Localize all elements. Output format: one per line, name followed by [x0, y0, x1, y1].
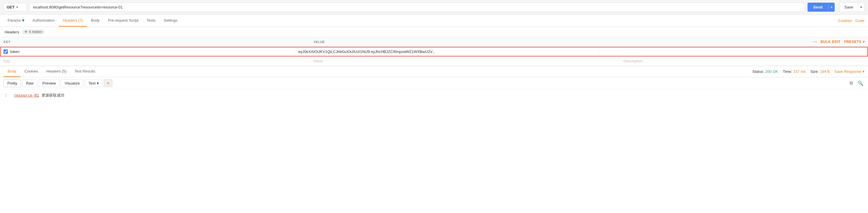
tab-settings-label: Settings — [164, 18, 177, 23]
key-column-label: KEY — [3, 40, 10, 44]
response-text: 资源获取成功 — [41, 93, 64, 98]
tab-params-label: Params — [8, 18, 21, 23]
col-key-header: KEY — [0, 37, 310, 47]
response-tab-headers[interactable]: Headers (5) — [42, 66, 71, 77]
tab-authorization[interactable]: Authorization — [28, 15, 59, 27]
new-key-placeholder: Key — [3, 59, 10, 63]
url-input[interactable] — [29, 3, 805, 12]
search-icon[interactable]: 🔍 — [856, 79, 865, 87]
save-dropdown-button[interactable]: ▾ — [858, 2, 865, 12]
response-format-bar: Pretty Raw Preview Visualize Text ▾ ≡ ⧉ … — [0, 77, 868, 89]
new-value-placeholder: Value — [314, 59, 323, 63]
method-chevron-icon: ▾ — [17, 5, 18, 9]
headers-badge: (7) — [78, 18, 83, 23]
format-type-label: Text — [89, 81, 96, 85]
save-response-chevron-icon: ▾ — [863, 69, 865, 74]
method-label: GET — [7, 5, 14, 9]
tab-pre-request-label: Pre-request Script — [108, 18, 138, 23]
response-tab-test-results[interactable]: Test Results — [70, 66, 99, 77]
tab-settings[interactable]: Settings — [160, 15, 182, 27]
status-label: Status: 200 OK — [752, 69, 778, 74]
time-value: 157 ms — [793, 69, 806, 74]
format-pretty-button[interactable]: Pretty — [3, 79, 21, 87]
token-key-cell: token — [1, 47, 295, 56]
url-bar: GET ▾ Send ▾ Save ▾ — [0, 0, 868, 15]
tab-pre-request[interactable]: Pre-request Script — [104, 15, 143, 27]
token-value-text: eyJ0eXAiOiJKV1QiLCJhbGciOiJIUzI1NiJ9.eyJ… — [298, 49, 435, 54]
format-type-chevron-icon: ▾ — [97, 81, 99, 85]
format-type-dropdown[interactable]: Text ▾ — [85, 79, 102, 87]
wrap-button[interactable]: ≡ — [104, 79, 113, 87]
token-checkbox[interactable] — [3, 49, 8, 54]
headers-table-section: KEY VALUE ··· Bulk Edit Presets ▾ — [0, 37, 868, 66]
save-response-label: Save Response — [834, 69, 861, 74]
save-button[interactable]: Save — [839, 2, 858, 12]
response-tab-body-label: Body — [8, 69, 17, 74]
bulk-edit-button[interactable]: Bulk Edit — [820, 40, 841, 44]
new-header-row: Key Value Description — [0, 56, 868, 66]
response-section: Body Cookies Headers (5) Test Results St… — [0, 66, 868, 102]
request-tabs-bar: Params Authorization Headers (7) Body Pr… — [0, 15, 868, 27]
response-tab-headers-label: Headers (5) — [46, 69, 67, 74]
format-preview-button[interactable]: Preview — [38, 79, 60, 87]
send-button-group: Send ▾ — [807, 3, 835, 12]
headers-subsection: Headers 👁 6 hidden — [0, 27, 868, 37]
tab-authorization-label: Authorization — [32, 18, 55, 23]
send-button[interactable]: Send — [807, 3, 829, 12]
value-column-label: VALUE — [314, 40, 325, 44]
status-value: 200 OK — [765, 69, 778, 74]
hidden-headers-badge[interactable]: 👁 6 hidden — [22, 29, 45, 34]
col-value-header: VALUE — [310, 37, 620, 47]
tab-headers-label: Headers (7) — [63, 18, 83, 23]
tab-body[interactable]: Body — [87, 15, 104, 27]
more-options-icon[interactable]: ··· — [813, 39, 817, 44]
code-line: resource-01 资源获取成功 — [14, 93, 64, 98]
new-key-cell[interactable]: Key — [0, 56, 310, 66]
copy-icon[interactable]: ⧉ — [848, 79, 854, 87]
eye-icon: 👁 — [24, 30, 28, 34]
new-desc-cell[interactable]: Description — [620, 56, 868, 66]
presets-chevron-icon: ▾ — [863, 40, 865, 44]
format-visualize-button[interactable]: Visualize — [61, 79, 84, 87]
tab-tests[interactable]: Tests — [143, 15, 160, 27]
new-desc-placeholder: Description — [623, 59, 642, 63]
line-number: 1 — [5, 93, 7, 98]
save-button-group: Save ▾ — [839, 2, 865, 12]
tab-tests-label: Tests — [147, 18, 155, 23]
response-tab-body[interactable]: Body — [3, 66, 21, 77]
token-value-cell[interactable]: eyJ0eXAiOiJKV1QiLCJhbGciOiJIUzI1NiJ9.eyJ… — [295, 47, 598, 56]
response-tab-test-results-label: Test Results — [74, 69, 95, 74]
resource-id-text: resource-01 — [14, 93, 39, 98]
code-link[interactable]: Code — [856, 19, 865, 23]
tab-headers[interactable]: Headers (7) — [59, 15, 87, 27]
size-value: 194 B — [820, 69, 830, 74]
response-tabs-bar: Body Cookies Headers (5) Test Results St… — [0, 66, 868, 77]
tabs-right-actions: Cookies Code — [838, 19, 865, 23]
headers-table-header-row: KEY VALUE ··· Bulk Edit Presets ▾ — [0, 37, 868, 47]
hidden-count: 6 hidden — [29, 30, 42, 34]
code-output: 1 resource-01 资源获取成功 — [0, 89, 868, 102]
response-tab-cookies[interactable]: Cookies — [21, 66, 42, 77]
method-select[interactable]: GET ▾ — [3, 3, 27, 11]
headers-sub-label: Headers — [5, 30, 19, 34]
response-meta: Status: 200 OK Time: 157 ms Size: 194 B … — [752, 69, 865, 74]
params-dot-icon — [22, 19, 24, 21]
save-response-button[interactable]: Save Response ▾ — [834, 69, 865, 74]
col-desc-header: ··· Bulk Edit Presets ▾ — [620, 37, 868, 47]
token-desc-cell[interactable] — [599, 47, 867, 56]
tab-body-label: Body — [91, 18, 100, 23]
size-label: Size: 194 B — [810, 69, 830, 74]
send-dropdown-button[interactable]: ▾ — [828, 3, 835, 12]
response-tab-cookies-label: Cookies — [25, 69, 38, 74]
format-raw-button[interactable]: Raw — [22, 79, 37, 87]
cookies-link[interactable]: Cookies — [838, 19, 852, 23]
body-icons: ⧉ 🔍 — [848, 79, 865, 87]
table-row: token eyJ0eXAiOiJKV1QiLCJhbGciOiJIUzI1Ni… — [0, 47, 868, 57]
token-key-value: token — [10, 49, 20, 54]
time-label: Time: 157 ms — [783, 69, 805, 74]
new-value-cell[interactable]: Value — [310, 56, 620, 66]
headers-table: KEY VALUE ··· Bulk Edit Presets ▾ — [0, 37, 868, 66]
tab-params[interactable]: Params — [3, 15, 28, 27]
presets-button[interactable]: Presets ▾ — [844, 40, 865, 44]
